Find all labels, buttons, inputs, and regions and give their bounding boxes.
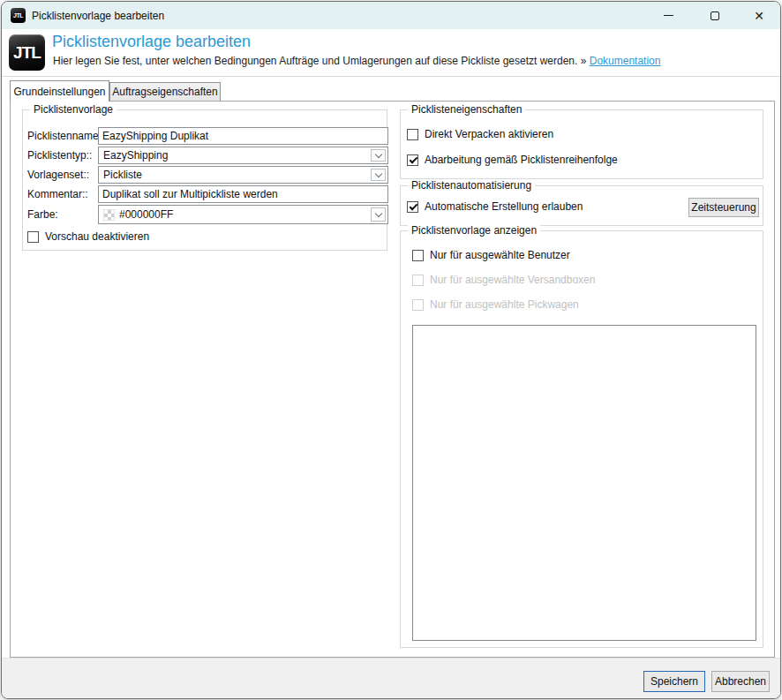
speichern-button[interactable]: Speichern xyxy=(643,671,705,692)
checkbox-checked-icon xyxy=(407,201,418,213)
checkbox-disabled-icon xyxy=(412,275,424,286)
minimize-button[interactable] xyxy=(648,2,688,29)
dokumentation-link[interactable]: Dokumentation xyxy=(590,55,661,67)
picklistenname-input[interactable] xyxy=(98,127,388,145)
chevron-down-icon xyxy=(374,209,381,216)
tab-grundeinstellungen[interactable]: Grundeinstellungen xyxy=(10,80,109,102)
checkbox-label: Vorschau deaktivieren xyxy=(45,230,149,243)
vorlagenset-label: Vorlagenset:: xyxy=(27,169,89,181)
group-picklisteneigenschaften: Picklisteneigenschaften Direkt Verpacken… xyxy=(400,109,763,179)
checkbox-label: Nur für ausgewählte Pickwagen xyxy=(430,298,579,311)
dialog-window: JTL Picklistenvorlage bearbeiten ✕ JTL P… xyxy=(1,1,781,699)
window-title: Picklistenvorlage bearbeiten xyxy=(32,10,164,22)
dialog-header: JTL Picklistenvorlage bearbeiten Hier le… xyxy=(2,29,780,77)
abbrechen-button[interactable]: Abbrechen xyxy=(711,671,770,692)
abarbeitung-reihenfolge-checkbox[interactable]: Abarbeitung gemäß Picklistenreihenfolge xyxy=(407,154,618,166)
checkbox-label: Nur für ausgewählte Versandboxen xyxy=(430,274,595,286)
picklistentyp-select[interactable]: EazyShipping xyxy=(98,147,388,164)
app-icon: JTL xyxy=(11,8,26,23)
subtitle-separator: » xyxy=(581,55,587,67)
chevron-down-icon xyxy=(374,169,381,177)
farbe-label: Farbe: xyxy=(27,208,58,221)
farbe-value: #000000FF xyxy=(119,208,173,221)
group-picklistenvorlage-title: Picklistenvorlage xyxy=(30,103,117,116)
tab-auftragseigenschaften[interactable]: Auftragseigenschaften xyxy=(109,82,221,101)
zeitsteuerung-button[interactable]: Zeitsteuerung xyxy=(688,198,759,217)
checkbox-label: Abarbeitung gemäß Picklistenreihenfolge xyxy=(425,154,618,166)
vorlagenset-value: Pickliste xyxy=(103,169,142,181)
checkbox-label: Nur für ausgewählte Benutzer xyxy=(430,249,570,261)
checkbox-label: Direkt Verpacken aktivieren xyxy=(425,128,553,140)
nur-benutzer-checkbox[interactable]: Nur für ausgewählte Benutzer xyxy=(412,249,570,261)
group-picklisteneigenschaften-title: Picklisteneigenschaften xyxy=(408,103,525,116)
picklistentyp-label: Picklistentyp:: xyxy=(27,149,92,162)
close-button[interactable]: ✕ xyxy=(739,2,779,29)
subtitle-text: Hier legen Sie fest, unter welchen Bedin… xyxy=(53,55,577,67)
group-picklistenvorlage-anzeigen: Picklistenvorlage anzeigen Nur für ausge… xyxy=(400,230,763,648)
close-icon: ✕ xyxy=(754,10,764,22)
vorschau-deaktivieren-checkbox[interactable]: Vorschau deaktivieren xyxy=(27,230,149,243)
kommentar-input[interactable] xyxy=(98,185,388,203)
direkt-verpacken-checkbox[interactable]: Direkt Verpacken aktivieren xyxy=(407,128,553,140)
selection-listbox[interactable] xyxy=(412,325,756,641)
picklistentyp-dropdown-button[interactable] xyxy=(371,149,386,162)
checkbox-checked-icon xyxy=(407,154,418,166)
checkbox-icon xyxy=(407,129,418,140)
title-bar[interactable]: JTL Picklistenvorlage bearbeiten ✕ xyxy=(2,2,780,29)
page-title: Picklistenvorlage bearbeiten xyxy=(52,33,251,51)
group-picklistenautomatisierung: Picklistenautomatisierung Automatische E… xyxy=(400,185,763,226)
maximize-icon xyxy=(711,11,719,20)
checkbox-icon xyxy=(27,231,39,243)
nur-versandboxen-checkbox: Nur für ausgewählte Versandboxen xyxy=(412,274,595,286)
vorlagenset-select[interactable]: Pickliste xyxy=(98,166,388,184)
automatische-erstellung-checkbox[interactable]: Automatische Erstellung erlauben xyxy=(407,200,583,213)
tab-content: Picklistenvorlage Picklistenname:: Pickl… xyxy=(10,101,775,658)
maximize-button[interactable] xyxy=(695,2,735,29)
group-picklistenvorlage-anzeigen-title: Picklistenvorlage anzeigen xyxy=(408,224,540,237)
farbe-select[interactable]: #000000FF xyxy=(98,205,388,224)
checkbox-disabled-icon xyxy=(412,299,424,311)
group-picklistenautomatisierung-title: Picklistenautomatisierung xyxy=(408,179,535,192)
color-swatch-icon xyxy=(103,209,115,221)
jtl-logo: JTL xyxy=(9,34,45,71)
picklistentyp-value: EazyShipping xyxy=(103,149,168,162)
vorlagenset-dropdown-button[interactable] xyxy=(371,169,386,181)
chevron-down-icon xyxy=(374,150,381,157)
checkbox-label: Automatische Erstellung erlauben xyxy=(425,200,583,213)
picklistenname-label: Picklistenname:: xyxy=(27,130,104,142)
dialog-footer: Speichern Abbrechen xyxy=(2,658,780,698)
farbe-dropdown-button[interactable] xyxy=(371,207,386,222)
group-picklistenvorlage: Picklistenvorlage Picklistenname:: Pickl… xyxy=(22,109,387,251)
kommentar-label: Kommentar:: xyxy=(27,188,88,200)
page-subtitle: Hier legen Sie fest, unter welchen Bedin… xyxy=(53,55,660,67)
nur-pickwagen-checkbox: Nur für ausgewählte Pickwagen xyxy=(412,298,579,311)
minimize-icon xyxy=(664,15,673,16)
checkbox-icon xyxy=(412,250,424,261)
